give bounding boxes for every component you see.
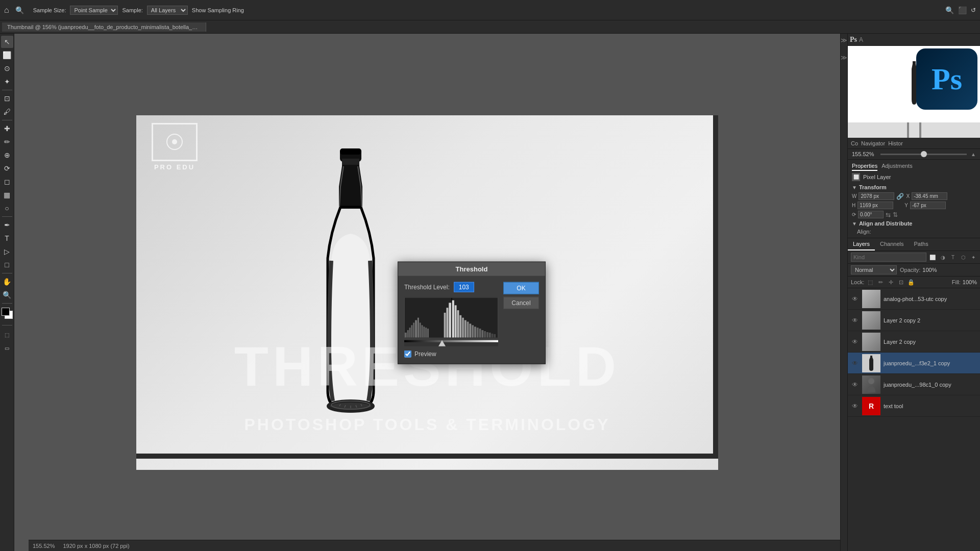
slider-handle[interactable] [438, 340, 446, 346]
visibility-icon[interactable]: 👁 [851, 295, 859, 303]
home-icon[interactable]: ⌂ [4, 6, 9, 15]
layers-list: 👁 analog-phot...53-utc copy 👁 Layer 2 co… [848, 288, 980, 551]
layer-item[interactable]: 👁 juanproedu_...f3e2_1 copy [848, 353, 980, 374]
ps-icon[interactable]: Ps [850, 36, 857, 44]
spot-healing-tool[interactable]: ✚ [1, 122, 13, 135]
eyedropper-icon[interactable]: 🔍 [15, 6, 24, 14]
zoom-tool[interactable]: 🔍 [1, 289, 13, 301]
svg-rect-31 [467, 322, 469, 338]
zoom-slider[interactable] [880, 154, 967, 155]
path-selection-tool[interactable]: ▷ [1, 245, 13, 258]
flip-vertical-icon[interactable]: ⇅ [893, 211, 898, 218]
pixel-layer-row: ⬜ Pixel Layer [852, 173, 976, 181]
search-icon[interactable]: 🔍 [945, 6, 954, 14]
type-filter-icon[interactable]: T [949, 253, 957, 261]
zoom-slider-thumb[interactable] [921, 151, 927, 157]
history-icon[interactable]: ↺ [971, 7, 976, 14]
svg-rect-41 [492, 334, 494, 338]
link-icon[interactable]: 🔗 [896, 193, 904, 200]
paths-tab[interactable]: Paths [909, 238, 934, 251]
layers-search[interactable] [851, 253, 926, 262]
visibility-icon[interactable]: 👁 [851, 402, 859, 410]
arrange-windows-icon[interactable]: ⬛ [958, 6, 967, 14]
visibility-icon[interactable]: 👁 [851, 381, 859, 389]
lock-position-icon[interactable]: ✛ [887, 278, 895, 286]
h-label: H [852, 203, 855, 208]
layer-item[interactable]: 👁 analog-phot...53-utc copy [848, 288, 980, 310]
transform-chevron[interactable]: ▼ [852, 185, 857, 190]
history-tab[interactable]: Histor [888, 140, 903, 146]
w-input[interactable] [859, 192, 894, 200]
histogram-slider[interactable] [404, 340, 498, 346]
transform-wh-row: W 🔗 X [852, 192, 976, 200]
type-tool[interactable]: T [1, 232, 13, 244]
shape-filter-icon[interactable]: ⬡ [959, 253, 967, 261]
visibility-icon[interactable]: 👁 [851, 316, 859, 324]
adjustments-tab[interactable]: Adjustments [881, 163, 913, 171]
collapse-right-icon-2[interactable]: ≫ [841, 54, 847, 61]
pixel-filter-icon[interactable]: ⬜ [928, 253, 937, 261]
eyedropper-tool[interactable]: 🖋 [1, 106, 13, 118]
foreground-color[interactable] [2, 308, 10, 316]
clone-tool[interactable]: ⊕ [1, 149, 13, 161]
adjust-filter-icon[interactable]: ◑ [939, 253, 947, 261]
quick-mask-mode[interactable]: ⬚ [1, 329, 13, 341]
quick-select-tool[interactable]: ✦ [1, 76, 13, 88]
zoom-area: 155.52% ▲ [848, 149, 980, 160]
pen-tool[interactable]: ✒ [1, 219, 13, 231]
document-tab[interactable]: Thumbnail @ 156% (juanproedu__foto_de_pr… [2, 22, 206, 32]
layer-item[interactable]: 👁 Layer 2 copy 2 [848, 310, 980, 331]
ok-button[interactable]: OK [503, 282, 539, 294]
screen-mode[interactable]: ▭ [1, 342, 13, 354]
lasso-tool[interactable]: ⊙ [1, 62, 13, 74]
shape-tool[interactable]: □ [1, 259, 13, 271]
panel-icon-2[interactable]: A [859, 36, 863, 43]
dodge-tool[interactable]: ○ [1, 202, 13, 214]
horizontal-scrollbar[interactable] [136, 454, 718, 459]
rotation-input[interactable] [858, 211, 884, 218]
blend-mode-select[interactable]: Normal [851, 265, 897, 274]
visibility-icon[interactable]: 👁 [851, 359, 859, 367]
lock-all-icon[interactable]: 🔒 [907, 278, 915, 286]
collapse-right-icon[interactable]: ≫ [841, 37, 847, 44]
sample-select[interactable]: All Layers [147, 6, 188, 15]
brush-tool[interactable]: ✏ [1, 136, 13, 148]
layer-item[interactable]: 👁 juanproedu_...98c1_0 copy [848, 374, 980, 395]
layers-tab[interactable]: Layers [848, 238, 875, 251]
lock-transparent-icon[interactable]: ⬚ [866, 278, 874, 286]
layer-item[interactable]: 👁 R text tool [848, 395, 980, 417]
flip-horizontal-icon[interactable]: ⇆ [886, 211, 891, 218]
navigator-tab[interactable]: Navigator [861, 140, 885, 146]
cancel-button[interactable]: Cancel [503, 297, 539, 309]
preview-checkbox[interactable] [404, 350, 411, 358]
x-input[interactable] [912, 192, 947, 200]
crop-tool[interactable]: ⊡ [1, 92, 13, 105]
marquee-tool[interactable]: ⬜ [1, 49, 13, 61]
tool-options: Sample Size: Point Sample Sample: All La… [33, 6, 244, 15]
lock-image-icon[interactable]: ✏ [876, 278, 885, 286]
hand-tool[interactable]: ✋ [1, 276, 13, 288]
layer-item[interactable]: 👁 Layer 2 copy [848, 331, 980, 353]
svg-rect-37 [481, 330, 483, 338]
align-chevron[interactable]: ▼ [852, 221, 857, 227]
move-tool[interactable]: ↖ [1, 36, 13, 48]
history-brush-tool[interactable]: ⟳ [1, 162, 13, 174]
threshold-level-input[interactable] [454, 282, 474, 292]
eraser-tool[interactable]: ◻ [1, 176, 13, 188]
vertical-scrollbar[interactable] [713, 115, 718, 459]
zoom-max-icon[interactable]: ▲ [971, 152, 976, 157]
co-tab[interactable]: Co [851, 140, 858, 146]
align-section-header: ▼ Align and Distribute [852, 220, 976, 227]
h-input[interactable] [857, 202, 893, 209]
properties-tab[interactable]: Properties [852, 163, 877, 171]
visibility-icon[interactable]: 👁 [851, 338, 859, 346]
right-panel: Ps A Ps [847, 34, 980, 551]
collapse-bar: ≫ ≫ [840, 34, 847, 551]
y-input[interactable] [910, 202, 946, 209]
channels-tab[interactable]: Channels [875, 238, 909, 251]
sample-size-select[interactable]: Point Sample [70, 6, 118, 15]
gradient-tool[interactable]: ▦ [1, 189, 13, 201]
smart-filter-icon[interactable]: ✦ [969, 253, 977, 261]
lock-artboards-icon[interactable]: ⊡ [897, 278, 905, 286]
properties-tab-row: Properties Adjustments [852, 163, 976, 171]
